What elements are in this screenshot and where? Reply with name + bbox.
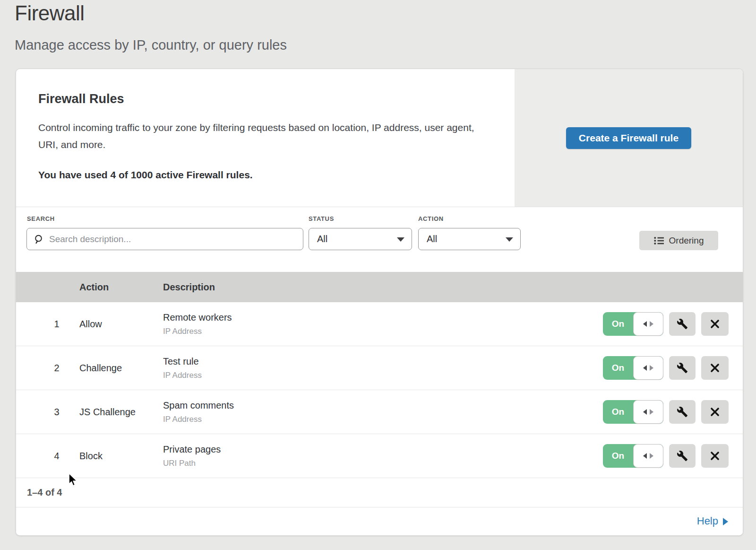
help-link-label: Help bbox=[697, 515, 718, 527]
rule-match-type: IP Address bbox=[163, 415, 234, 424]
ordering-button[interactable]: Ordering bbox=[639, 231, 718, 250]
status-label: STATUS bbox=[309, 215, 334, 222]
delete-rule-button[interactable] bbox=[701, 356, 729, 380]
action-label: ACTION bbox=[418, 215, 444, 222]
triangle-left-icon bbox=[643, 409, 647, 415]
search-label: SEARCH bbox=[27, 215, 55, 222]
rule-description: Remote workers IP Address bbox=[163, 312, 232, 336]
edit-rule-button[interactable] bbox=[669, 356, 696, 380]
rule-enabled-toggle[interactable]: On bbox=[603, 400, 663, 424]
firewall-rules-card: Firewall Rules Control incoming traffic … bbox=[16, 69, 743, 536]
create-rule-panel: Create a Firewall rule bbox=[515, 69, 743, 207]
rule-action: JS Challenge bbox=[79, 407, 136, 418]
chevron-down-icon bbox=[397, 237, 404, 242]
toggle-handle[interactable] bbox=[633, 356, 663, 380]
intro-section: Firewall Rules Control incoming traffic … bbox=[16, 69, 743, 207]
rule-description: Private pages URI Path bbox=[163, 444, 221, 468]
rule-match-type: URI Path bbox=[163, 459, 221, 468]
delete-rule-button[interactable] bbox=[701, 444, 729, 468]
toggle-on-label: On bbox=[603, 356, 633, 380]
card-description: Control incoming traffic to your zone by… bbox=[38, 119, 485, 153]
rule-match-type: IP Address bbox=[163, 371, 202, 380]
table-row: 1 Allow Remote workers IP Address On bbox=[16, 302, 743, 346]
toggle-on-label: On bbox=[603, 400, 633, 424]
table-row: 3 JS Challenge Spam comments IP Address … bbox=[16, 390, 743, 434]
filters-section: SEARCH STATUS ACTION All All bbox=[16, 207, 743, 272]
toggle-on-label: On bbox=[603, 312, 633, 336]
delete-rule-button[interactable] bbox=[701, 400, 729, 424]
card-footer: Help bbox=[16, 507, 743, 534]
search-box bbox=[26, 228, 303, 250]
toggle-handle[interactable] bbox=[633, 400, 663, 424]
wrench-icon bbox=[677, 362, 688, 374]
page-title: Firewall bbox=[15, 1, 287, 26]
rule-action: Allow bbox=[79, 319, 102, 330]
firewall-page: Firewall Manage access by IP, country, o… bbox=[0, 0, 756, 550]
wrench-icon bbox=[677, 318, 688, 330]
action-select-value: All bbox=[427, 234, 437, 244]
usage-summary: You have used 4 of 1000 active Firewall … bbox=[38, 169, 496, 181]
triangle-right-icon bbox=[650, 453, 653, 459]
chevron-down-icon bbox=[506, 237, 513, 242]
table-row: 2 Challenge Test rule IP Address On bbox=[16, 346, 743, 390]
rule-action: Block bbox=[79, 451, 103, 462]
rule-enabled-toggle[interactable]: On bbox=[603, 356, 663, 380]
rule-enabled-toggle[interactable]: On bbox=[603, 444, 663, 468]
rule-enabled-toggle[interactable]: On bbox=[603, 312, 663, 336]
rule-priority: 1 bbox=[48, 319, 65, 330]
edit-rule-button[interactable] bbox=[669, 444, 696, 468]
toggle-handle[interactable] bbox=[633, 444, 663, 468]
rule-priority: 2 bbox=[48, 363, 65, 374]
page-subtitle: Manage access by IP, country, or query r… bbox=[15, 37, 287, 53]
card-heading: Firewall Rules bbox=[38, 92, 496, 106]
help-link[interactable]: Help bbox=[697, 515, 728, 527]
page-header: Firewall Manage access by IP, country, o… bbox=[15, 0, 287, 53]
rule-description: Spam comments IP Address bbox=[163, 400, 234, 424]
toggle-on-label: On bbox=[603, 444, 633, 468]
rule-priority: 3 bbox=[48, 407, 65, 418]
wrench-icon bbox=[677, 406, 688, 418]
rule-description-text: Spam comments bbox=[163, 400, 234, 411]
ordered-list-icon bbox=[654, 236, 664, 245]
status-select[interactable]: All bbox=[309, 228, 412, 250]
search-input[interactable] bbox=[26, 228, 303, 250]
rule-description-text: Remote workers bbox=[163, 312, 232, 323]
create-firewall-rule-button[interactable]: Create a Firewall rule bbox=[566, 127, 691, 149]
triangle-right-icon bbox=[650, 321, 653, 327]
x-icon bbox=[710, 319, 720, 329]
action-select[interactable]: All bbox=[418, 228, 521, 250]
pagination-bar: 1–4 of 4 bbox=[16, 478, 743, 507]
delete-rule-button[interactable] bbox=[701, 312, 729, 336]
x-icon bbox=[710, 407, 720, 417]
edit-rule-button[interactable] bbox=[669, 312, 696, 336]
triangle-right-icon bbox=[650, 365, 653, 371]
rule-priority: 4 bbox=[48, 451, 65, 462]
edit-rule-button[interactable] bbox=[669, 400, 696, 424]
triangle-left-icon bbox=[643, 453, 647, 459]
triangle-left-icon bbox=[643, 365, 647, 371]
rule-description-text: Test rule bbox=[163, 356, 202, 367]
triangle-right-icon bbox=[650, 409, 653, 415]
ordering-button-label: Ordering bbox=[669, 236, 704, 246]
pagination-range: 1–4 of 4 bbox=[27, 487, 62, 498]
toggle-handle[interactable] bbox=[633, 312, 663, 336]
table-header: Action Description bbox=[16, 272, 743, 302]
rule-description-text: Private pages bbox=[163, 444, 221, 455]
column-header-action: Action bbox=[79, 282, 109, 293]
x-icon bbox=[710, 363, 720, 373]
x-icon bbox=[710, 451, 720, 461]
intro-text: Firewall Rules Control incoming traffic … bbox=[16, 69, 515, 207]
wrench-icon bbox=[677, 450, 688, 462]
status-select-value: All bbox=[317, 234, 327, 244]
triangle-left-icon bbox=[643, 321, 647, 327]
column-header-description: Description bbox=[163, 282, 215, 293]
triangle-right-icon bbox=[723, 518, 728, 525]
table-row: 4 Block Private pages URI Path On bbox=[16, 434, 743, 478]
rule-match-type: IP Address bbox=[163, 327, 232, 336]
rule-description: Test rule IP Address bbox=[163, 356, 202, 380]
rule-action: Challenge bbox=[79, 363, 122, 374]
